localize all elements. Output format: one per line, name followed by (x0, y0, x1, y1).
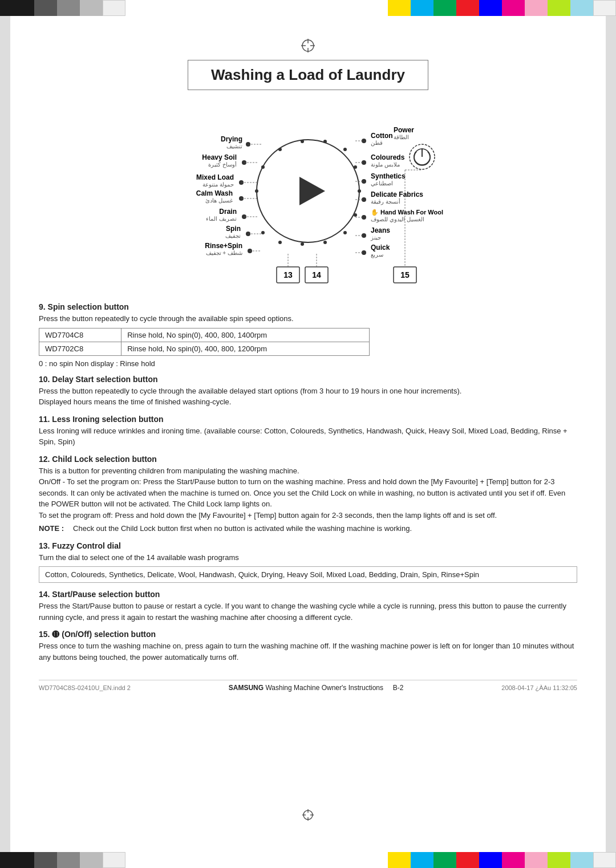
cb-magenta (502, 0, 525, 16)
cb-pink-bottom (525, 852, 548, 868)
circle-icon: ⓫ (52, 630, 59, 639)
svg-text:Quick: Quick (371, 244, 390, 252)
svg-text:Cotton: Cotton (371, 132, 393, 140)
section-9-table: WD7704C8 Rinse hold, No spin(0), 400, 80… (39, 328, 370, 356)
section-14-body: Press the Start/Pause button to pause or… (39, 601, 577, 623)
svg-text:تنشيف: تنشيف (226, 143, 242, 149)
svg-text:قطن: قطن (371, 140, 383, 147)
svg-text:15: 15 (400, 270, 410, 279)
svg-point-78 (255, 189, 258, 193)
svg-point-82 (323, 140, 327, 143)
section-13-body: Turn the dial to select one of the 14 av… (39, 552, 577, 563)
section-15-heading: 15. ⓫ (On/Off) selection button (39, 630, 577, 639)
crosshair-icon (39, 38, 577, 55)
svg-text:Synthetics: Synthetics (371, 172, 406, 180)
page-footer: WD7704C8S-02410U_EN.indd 2 SAMSUNG Washi… (39, 680, 577, 692)
desc-cell: Rinse hold, No spin(0), 400, 800, 1400rp… (121, 328, 370, 342)
svg-point-86 (354, 213, 357, 217)
svg-text:Spin: Spin (226, 225, 241, 233)
cb-spacer-bottom (125, 852, 388, 868)
side-trim-left (0, 16, 10, 852)
svg-text:Delicate Fabrics: Delicate Fabrics (371, 190, 423, 198)
cb-blue-bottom (479, 852, 502, 868)
svg-text:تصريف الماء: تصريف الماء (206, 216, 237, 222)
cb-spacer (125, 0, 388, 16)
svg-point-84 (354, 165, 357, 169)
cb-pink (525, 0, 548, 16)
svg-text:Coloureds: Coloureds (371, 153, 405, 161)
svg-text:Drying: Drying (221, 135, 242, 143)
svg-text:13: 13 (283, 270, 293, 279)
cb-yellow-bottom (388, 852, 411, 868)
svg-text:جينز: جينز (370, 234, 381, 241)
cb-darkgray (34, 0, 57, 16)
page-title-box: Washing a Load of Laundry (39, 60, 577, 90)
items-section: 9. Spin selection button Press the butto… (39, 302, 577, 663)
cb-white (103, 0, 125, 16)
svg-text:ملابس ملونة: ملابس ملونة (371, 161, 400, 168)
svg-point-85 (358, 189, 361, 193)
svg-text:اصطناعي: اصطناعي (371, 180, 393, 186)
main-content: Washing a Load of Laundry Drying تنشيف H… (10, 16, 606, 852)
svg-text:تجفيف: تجفيف (225, 233, 241, 239)
cb-red (456, 0, 479, 16)
svg-text:✋ Hand Wash For Wool: ✋ Hand Wash For Wool (371, 208, 443, 216)
color-bar-top (0, 0, 616, 16)
cb-cyan-bottom (411, 852, 433, 868)
section-14-heading: 14. Start/Pause selection button (39, 590, 577, 599)
cb-black-bottom (0, 852, 34, 868)
cb-gray (57, 0, 80, 16)
svg-text:سريع: سريع (371, 252, 383, 258)
cb-lblue (570, 0, 593, 16)
section-13-heading: 13. Fuzzy Control dial (39, 541, 577, 550)
cb-darkgray-bottom (34, 852, 57, 868)
cb-white-bottom (103, 852, 125, 868)
footer-right: 2008-04-17 ¿ÀAu 11:32:05 (501, 684, 577, 691)
model-cell: WD7702C8 (39, 342, 121, 355)
svg-text:غسيل هادئ: غسيل هادئ (205, 197, 233, 204)
cb-red-bottom (456, 852, 479, 868)
svg-text:شطف + تجفيف: شطف + تجفيف (206, 250, 242, 256)
cb-lblue-bottom (570, 852, 593, 868)
section-9-heading: 9. Spin selection button (39, 302, 577, 311)
cb-cyan (411, 0, 433, 16)
section-11: 11. Less Ironing selection button Less I… (39, 415, 577, 448)
svg-text:14: 14 (312, 270, 321, 279)
svg-point-91 (261, 231, 265, 234)
section-9: 9. Spin selection button Press the butto… (39, 302, 577, 368)
footer-center: SAMSUNG Washing Machine Owner's Instruct… (229, 684, 404, 692)
cb-lightgray (80, 0, 103, 16)
page-title: Washing a Load of Laundry (188, 60, 428, 90)
svg-point-80 (278, 148, 282, 151)
section-10: 10. Delay Start selection button Press t… (39, 375, 577, 408)
section-12-note: NOTE : Check out the Child Lock button f… (39, 523, 577, 534)
table-row: WD7702C8 Rinse hold, No spin(0), 400, 80… (39, 342, 370, 355)
cb-yellow (388, 0, 411, 16)
diagram-area: Drying تنشيف Heavy Soil أوساخ كثيرة Mixe… (39, 103, 577, 291)
svg-point-88 (323, 241, 327, 244)
section-10-heading: 10. Delay Start selection button (39, 375, 577, 384)
svg-text:أوساخ كثيرة: أوساخ كثيرة (208, 161, 237, 168)
section-12: 12. Child Lock selection button This is … (39, 455, 577, 534)
section-11-body: Less Ironing will reduce wrinkles and ir… (39, 425, 577, 448)
svg-point-81 (301, 140, 304, 143)
svg-text:Mixed Load: Mixed Load (196, 173, 234, 181)
cb-white2 (593, 0, 616, 16)
section-13: 13. Fuzzy Control dial Turn the dial to … (39, 541, 577, 583)
cb-lgreen-bottom (548, 852, 570, 868)
cb-magenta-bottom (502, 852, 525, 868)
section-10-body: Press the button repeatedly to cycle thr… (39, 386, 577, 408)
svg-point-89 (301, 242, 304, 246)
svg-text:Power: Power (394, 126, 414, 134)
footer-left: WD7704C8S-02410U_EN.indd 2 (39, 684, 131, 691)
cb-lightgray-bottom (80, 852, 103, 868)
table-row: WD7704C8 Rinse hold, No spin(0), 400, 80… (39, 328, 370, 342)
svg-point-79 (261, 165, 265, 169)
section-11-heading: 11. Less Ironing selection button (39, 415, 577, 424)
svg-text:الغسيل اليدوي للصوف: الغسيل اليدوي للصوف (371, 216, 424, 223)
section-9-note: 0 : no spin Non display : Rinse hold (39, 359, 577, 368)
section-13-infobox: Cotton, Coloureds, Synthetics, Delicate,… (39, 566, 577, 583)
cb-green-bottom (433, 852, 456, 868)
color-bar-bottom (0, 852, 616, 868)
model-cell: WD7704C8 (39, 328, 121, 342)
